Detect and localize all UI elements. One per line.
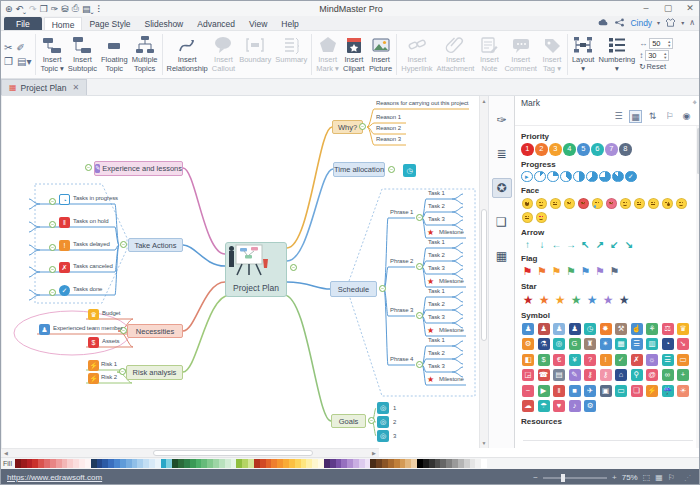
- subtopic-label[interactable]: Milestone: [439, 229, 464, 235]
- progress-mark[interactable]: [547, 171, 559, 183]
- star-mark[interactable]: ★: [617, 293, 632, 307]
- subtopic-label[interactable]: Risk 1: [101, 361, 117, 367]
- menu-tab-slideshow[interactable]: Slideshow: [138, 17, 191, 30]
- subtopic-label[interactable]: Phrase 4: [390, 356, 413, 362]
- topic-goals[interactable]: Goals: [331, 414, 366, 428]
- symbol-tile[interactable]: @: [646, 369, 658, 381]
- subtopic-label[interactable]: Milestone: [439, 327, 464, 333]
- mark-icon[interactable]: ✪: [492, 178, 512, 198]
- symbol-tile[interactable]: ♟: [522, 323, 534, 335]
- cut-icon[interactable]: ✂: [4, 42, 12, 53]
- format-painter-icon[interactable]: ✑: [51, 4, 59, 14]
- symbol-tile[interactable]: ☰: [662, 354, 674, 366]
- user-name[interactable]: Cindy: [630, 18, 652, 28]
- symbol-tile[interactable]: ☁: [522, 400, 534, 412]
- symbol-tile[interactable]: ▥: [646, 338, 658, 350]
- face-mark[interactable]: [522, 198, 534, 210]
- minimize-button[interactable]: –: [635, 2, 657, 16]
- face-mark[interactable]: [550, 198, 562, 210]
- face-mark[interactable]: [620, 198, 632, 210]
- face-mark[interactable]: [662, 198, 674, 210]
- face-mark[interactable]: [634, 198, 646, 210]
- mark-flag-icon[interactable]: ⚐: [668, 473, 675, 482]
- priority-7[interactable]: 7: [605, 143, 618, 156]
- vertical-scroll-thumb[interactable]: [481, 209, 487, 341]
- central-topic-project-plan[interactable]: Project Plan: [225, 242, 287, 297]
- symbol-tile[interactable]: ☝: [631, 323, 643, 335]
- face-mark[interactable]: [536, 212, 548, 224]
- topic-risk-analysis[interactable]: Risk analysis: [126, 365, 183, 380]
- insert-picture-button[interactable]: InsertPicture: [367, 32, 394, 77]
- goal-icon[interactable]: ◎: [377, 430, 389, 442]
- topic-take-actions[interactable]: Take Actions: [128, 238, 183, 252]
- save-icon[interactable]: ⛁: [61, 4, 69, 14]
- center-collapse-button[interactable]: −: [290, 264, 297, 271]
- subtopic-label[interactable]: Task 1: [428, 288, 445, 294]
- symbol-tile[interactable]: ⚙: [522, 338, 534, 350]
- undo-icon[interactable]: ↶ˬ: [16, 4, 27, 14]
- collapse-button[interactable]: −: [368, 417, 375, 424]
- symbol-tile[interactable]: ∞: [662, 369, 674, 381]
- priority-5[interactable]: 5: [577, 143, 590, 156]
- symbol-tile[interactable]: ♪: [569, 400, 581, 412]
- symbol-tile[interactable]: ✓: [615, 354, 627, 366]
- subtopic-label[interactable]: Task 3: [428, 216, 445, 222]
- symbol-tile[interactable]: ☎: [538, 369, 550, 381]
- symbol-tile[interactable]: ☼: [646, 354, 658, 366]
- symbol-tile[interactable]: +: [677, 369, 689, 381]
- symbol-tile[interactable]: ☔: [662, 385, 674, 397]
- scroll-left-icon[interactable]: ◀: [1, 449, 11, 457]
- format-painter-icon[interactable]: ✐: [16, 42, 24, 53]
- goal-icon[interactable]: ◎: [377, 402, 389, 414]
- subtopic-label[interactable]: Tasks canceled: [73, 263, 113, 269]
- subtopic-label[interactable]: Task 1: [428, 190, 445, 196]
- insert-relationship-button[interactable]: InsertRelationship: [165, 32, 210, 77]
- symbol-tile[interactable]: ⚖: [662, 323, 674, 335]
- subtopic-label[interactable]: Task 1: [428, 337, 445, 343]
- priority-4[interactable]: 4: [563, 143, 576, 156]
- paste-icon[interactable]: ▤▾: [17, 56, 31, 67]
- mindmap-canvas[interactable]: Project Plan−Why?−Reasons for carrying o…: [1, 96, 479, 448]
- symbol-tile[interactable]: ◧: [522, 354, 534, 366]
- menu-tab-view[interactable]: View: [242, 17, 274, 30]
- h-spacing-input[interactable]: 50▲▼: [649, 38, 673, 49]
- collapse-button[interactable]: −: [416, 312, 423, 319]
- priority-2[interactable]: 2: [535, 143, 548, 156]
- arrow-mark[interactable]: ↙: [608, 239, 621, 250]
- share-icon[interactable]: [614, 18, 625, 27]
- page-view-icon[interactable]: ▦: [655, 473, 663, 482]
- face-mark[interactable]: [578, 198, 590, 210]
- menu-tab-page-style[interactable]: Page Style: [82, 17, 137, 30]
- collapse-button[interactable]: −: [379, 285, 386, 292]
- symbol-tile[interactable]: ✸: [600, 323, 612, 335]
- symbol-tile[interactable]: ✎: [569, 369, 581, 381]
- symbol-tile[interactable]: ☂: [538, 400, 550, 412]
- menu-tab-help[interactable]: Help: [274, 17, 305, 30]
- panel-scrollbar[interactable]: [696, 126, 700, 448]
- symbol-tile[interactable]: ⚷: [600, 369, 612, 381]
- insert-clipart-button[interactable]: InsertClipart: [341, 32, 367, 77]
- customize-quick-access-icon[interactable]: ᎒: [97, 4, 102, 14]
- symbol-tile[interactable]: ⚲: [631, 369, 643, 381]
- progress-mark[interactable]: [573, 171, 585, 183]
- goal-icon[interactable]: ◎: [377, 416, 389, 428]
- subtopic-label[interactable]: Reasons for carrying out this project: [376, 100, 468, 106]
- symbol-tile[interactable]: $: [538, 354, 550, 366]
- notify-icon[interactable]: ⚐: [663, 110, 676, 123]
- face-mark[interactable]: [536, 198, 548, 210]
- subtopic-label[interactable]: Assets: [102, 338, 119, 344]
- numbering-button[interactable]: Numbering ▾: [596, 32, 637, 77]
- horizontal-scroll-thumb[interactable]: [153, 450, 313, 456]
- vertical-scrollbar[interactable]: ▲ ▼: [479, 96, 488, 448]
- edrawsoft-link[interactable]: https://www.edrawsoft.com: [1, 473, 102, 482]
- subtopic-label[interactable]: Tasks done: [73, 286, 102, 292]
- star-mark[interactable]: ★: [569, 293, 584, 307]
- print-icon[interactable]: ⎙: [72, 3, 79, 14]
- priority-3[interactable]: 3: [549, 143, 562, 156]
- flag-mark[interactable]: ⚑: [536, 265, 549, 278]
- star-mark[interactable]: ★: [585, 293, 600, 307]
- symbol-tile[interactable]: G: [569, 338, 581, 350]
- symbol-tile[interactable]: ☀: [677, 385, 689, 397]
- subtopic-label[interactable]: 3: [393, 433, 396, 439]
- format-painter-icon[interactable]: ✑: [492, 110, 512, 130]
